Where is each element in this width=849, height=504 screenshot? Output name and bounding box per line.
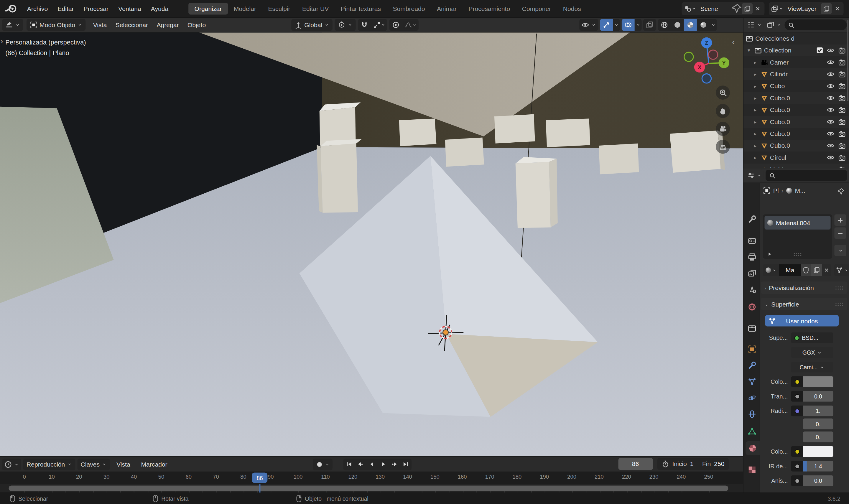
eye-icon[interactable] [827, 82, 834, 90]
copy-view-layer-button[interactable] [821, 3, 832, 14]
current-frame-field[interactable]: 86 [618, 458, 653, 470]
editor-type-button[interactable] [2, 19, 23, 31]
add-slot-button[interactable] [834, 214, 846, 226]
disclosure-icon[interactable]: ► [752, 120, 759, 124]
timeline-menu-marcador[interactable]: Marcador [137, 459, 172, 470]
close-view-layer-button[interactable] [832, 3, 843, 14]
eye-icon[interactable] [827, 130, 834, 138]
timeline-scrollbar[interactable] [8, 486, 728, 491]
xray-toggle[interactable] [643, 19, 656, 31]
outliner-row-cubo-0[interactable]: ►Cubo.0 [743, 116, 849, 128]
property-widget-color[interactable] [791, 376, 833, 387]
zoom-button[interactable] [716, 86, 730, 100]
shading-dropdown[interactable] [710, 19, 717, 31]
pillar-cube[interactable] [516, 157, 558, 228]
menu-ayuda[interactable]: Ayuda [146, 3, 173, 14]
disclosure-icon[interactable]: ► [752, 84, 759, 88]
auto-keying-button[interactable] [313, 458, 332, 470]
menu-editar[interactable]: Editar [53, 3, 79, 14]
visibility-dropdown[interactable] [579, 19, 598, 31]
properties-tab-object-data[interactable] [745, 425, 760, 438]
transport-prev-keyframe-button[interactable] [355, 458, 366, 470]
menu-procesar[interactable]: Procesar [79, 3, 113, 14]
browse-material-button[interactable] [763, 264, 779, 276]
checkbox-icon[interactable] [817, 47, 823, 54]
camera-toggle-icon[interactable] [838, 118, 846, 126]
property-widget-dropdown[interactable]: Cami... [791, 362, 833, 373]
camera-toggle-icon[interactable] [838, 166, 846, 168]
playhead[interactable]: 86 [252, 472, 267, 483]
material-nodes-button[interactable] [834, 264, 849, 276]
property-widget-color[interactable] [791, 446, 833, 457]
transport-jump-start-button[interactable] [343, 458, 355, 470]
menu-archivo[interactable]: Archivo [22, 3, 53, 14]
timeline-ruler[interactable]: 0102030405060708090100110120130140150160… [0, 472, 743, 484]
overlays-dropdown[interactable] [635, 19, 642, 31]
transport-jump-end-button[interactable] [400, 458, 412, 470]
disclosure-icon[interactable]: ▼ [745, 48, 752, 53]
workspace-tab-organizar[interactable]: Organizar [188, 3, 228, 15]
copy-scene-button[interactable] [741, 3, 752, 14]
gizmos-dropdown[interactable] [613, 19, 620, 31]
transport-play-button[interactable] [377, 458, 389, 470]
value-field[interactable]: 1. [803, 406, 833, 416]
proportional-editing-toggle[interactable] [390, 19, 402, 31]
gizmo-neg-z[interactable] [702, 74, 711, 83]
camera-toggle-icon[interactable] [838, 154, 846, 162]
eye-icon[interactable] [827, 94, 834, 102]
outliner-row-camer[interactable]: ►Camer [743, 56, 849, 68]
workspace-tab-pintar-texturas[interactable]: Pintar texturas [335, 3, 387, 15]
menu-ventana[interactable]: Ventana [113, 3, 146, 14]
property-widget-slider[interactable]: 1.4 [791, 461, 833, 472]
snap-settings-dropdown[interactable] [371, 19, 387, 31]
camera-toggle-icon[interactable] [838, 94, 846, 102]
slot-specials-button[interactable] [834, 245, 846, 256]
viewport-menu-seleccionar[interactable]: Seleccionar [111, 19, 152, 30]
value-field[interactable]: 1.4 [803, 461, 833, 472]
camera-toggle-icon[interactable] [838, 70, 846, 78]
properties-tab-render[interactable] [745, 234, 760, 248]
gizmos-toggle[interactable] [600, 19, 613, 31]
viewport-menu-vista[interactable]: Vista [89, 19, 111, 30]
pan-button[interactable] [716, 104, 730, 118]
eye-icon[interactable] [827, 142, 834, 149]
snap-toggle[interactable] [358, 19, 371, 31]
expand-triangle-icon[interactable] [767, 252, 772, 257]
eye-icon[interactable] [827, 118, 834, 126]
outliner-row-collection[interactable]: ▼Collection [743, 44, 849, 56]
outliner-display-mode-button[interactable] [765, 19, 783, 31]
scene-selector[interactable]: Scene [682, 2, 764, 15]
workspace-tab-sombreado[interactable]: Sombreado [387, 3, 431, 15]
outliner-row-cubo-0[interactable]: ►Cubo.0 [743, 140, 849, 151]
pin-icon[interactable] [731, 3, 742, 14]
properties-tab-physics[interactable] [745, 391, 760, 405]
workspace-tab-esculpir[interactable]: Esculpir [262, 3, 296, 15]
outliner-row-cubo-0[interactable]: ►Cubo.0 [743, 104, 849, 116]
disclosure-icon[interactable]: ► [752, 156, 759, 159]
playhead-line[interactable] [259, 484, 260, 493]
value-field[interactable]: 0.0 [803, 391, 833, 402]
view-layer-selector[interactable]: ViewLayer [769, 2, 844, 15]
outliner-row-cubo-0[interactable]: ►Cubo.0 [743, 128, 849, 139]
falloff-dropdown[interactable] [402, 19, 419, 31]
camera-toggle-icon[interactable] [838, 142, 846, 149]
outliner-row-light[interactable]: ►Light [743, 164, 849, 168]
disclosure-icon[interactable]: ► [752, 108, 759, 112]
outliner-row-cilindr[interactable]: ►Cilindr [743, 68, 849, 80]
properties-tab-scene[interactable] [745, 283, 760, 297]
eye-icon[interactable] [827, 106, 834, 114]
property-widget-vector[interactable]: 1. [791, 406, 833, 416]
properties-tab-material[interactable] [745, 441, 760, 455]
properties-tab-modifiers[interactable] [745, 358, 760, 373]
timeline-editor-type-button[interactable] [2, 458, 21, 470]
transport-next-keyframe-button[interactable] [389, 458, 400, 470]
disclosure-icon[interactable]: ► [752, 144, 759, 148]
outliner-scrollbar[interactable] [847, 20, 849, 102]
color-swatch[interactable] [803, 376, 833, 387]
workspace-tab-animar[interactable]: Animar [431, 3, 463, 15]
properties-tab-particles[interactable] [745, 375, 760, 389]
dropdown-value[interactable]: Cami... [791, 362, 833, 373]
properties-tab-object[interactable] [745, 342, 760, 356]
workspace-tab-editar-uv[interactable]: Editar UV [296, 3, 335, 15]
end-value[interactable]: 250 [714, 461, 724, 467]
